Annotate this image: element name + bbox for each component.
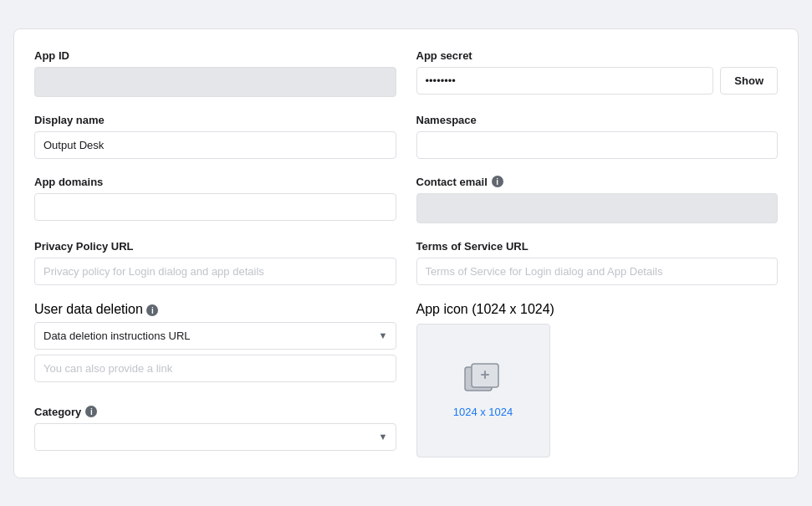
- secret-row: Show: [416, 67, 779, 95]
- user-data-deletion-label: User data deletion i: [34, 302, 396, 317]
- user-data-deletion-select-wrapper: Data deletion instructions URL Data dele…: [34, 322, 396, 350]
- category-select-wrapper: Business Communication Education Enterta…: [34, 423, 396, 451]
- app-domains-label: App domains: [34, 176, 396, 188]
- app-icon-placeholder-icon: [463, 362, 503, 399]
- privacy-policy-label: Privacy Policy URL: [34, 240, 396, 253]
- user-data-deletion-info-icon[interactable]: i: [146, 304, 158, 316]
- display-name-group: Display name: [34, 114, 396, 159]
- terms-of-service-group: Terms of Service URL: [416, 240, 779, 285]
- category-select[interactable]: Business Communication Education Enterta…: [34, 423, 396, 451]
- privacy-policy-group: Privacy Policy URL: [34, 240, 396, 285]
- app-icon-upload-box[interactable]: 1024 x 1024: [416, 324, 550, 457]
- app-icon-label: App icon (1024 x 1024): [416, 302, 779, 317]
- terms-of-service-label: Terms of Service URL: [416, 240, 779, 253]
- category-label: Category i: [34, 406, 396, 418]
- app-domains-input[interactable]: [34, 193, 396, 221]
- app-icon-size-label: 1024 x 1024: [453, 406, 513, 418]
- user-data-deletion-group: User data deletion i Data deletion instr…: [34, 302, 396, 389]
- namespace-group: Namespace: [416, 114, 779, 159]
- terms-of-service-input[interactable]: [416, 258, 779, 285]
- namespace-input[interactable]: [416, 131, 779, 159]
- app-domains-group: App domains: [34, 176, 396, 223]
- app-id-group: App ID: [34, 49, 396, 97]
- user-data-link-input[interactable]: [34, 355, 396, 382]
- contact-email-info-icon[interactable]: i: [492, 176, 503, 187]
- app-secret-input[interactable]: [416, 67, 714, 95]
- app-secret-group: App secret Show: [416, 49, 779, 97]
- display-name-label: Display name: [34, 114, 396, 126]
- contact-email-input: [416, 193, 779, 223]
- user-data-deletion-select[interactable]: Data deletion instructions URL Data dele…: [34, 322, 396, 350]
- category-group: Category i Business Communication Educat…: [34, 406, 396, 457]
- app-secret-label: App secret: [416, 49, 779, 62]
- app-id-label: App ID: [34, 49, 396, 62]
- app-id-input: [34, 67, 396, 97]
- category-info-icon[interactable]: i: [85, 406, 97, 417]
- contact-email-group: Contact email i: [416, 176, 779, 223]
- contact-email-label: Contact email i: [416, 176, 779, 188]
- display-name-input[interactable]: [34, 131, 396, 159]
- show-secret-button[interactable]: Show: [720, 67, 778, 95]
- form-grid: App ID App secret Show Display name Name…: [34, 49, 778, 457]
- namespace-label: Namespace: [416, 114, 779, 126]
- app-icon-section: App icon (1024 x 1024) 1024 x 1024: [416, 302, 779, 457]
- settings-form: App ID App secret Show Display name Name…: [13, 28, 799, 478]
- privacy-policy-input[interactable]: [34, 258, 396, 285]
